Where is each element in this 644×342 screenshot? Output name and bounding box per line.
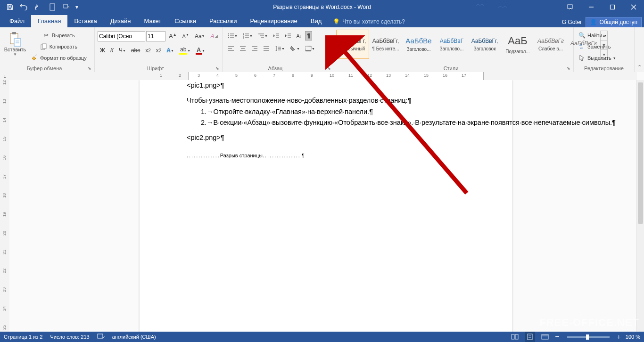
strikethrough-button[interactable]: abc [129, 46, 142, 55]
style-title[interactable]: АаБбВвГг,Заголовок [468, 30, 501, 59]
styles-dialog-launcher[interactable]: ⬊ [566, 66, 571, 71]
italic-button[interactable]: К [108, 46, 116, 55]
select-icon [578, 54, 586, 62]
bold-button[interactable]: Ж [98, 46, 107, 55]
collapse-ribbon-button[interactable]: ⌃ [637, 64, 642, 70]
font-size-combo[interactable] [146, 31, 165, 41]
tab-insert[interactable]: Вставка [67, 15, 103, 27]
tab-references[interactable]: Ссылки [168, 15, 203, 27]
line-spacing-button[interactable]: ▼ [273, 44, 287, 53]
tab-design[interactable]: Дизайн [104, 15, 138, 27]
grow-font-button[interactable]: A▲ [167, 31, 179, 41]
tab-mailings[interactable]: Рассылки [203, 15, 243, 27]
style-heading2[interactable]: АаБбВвГЗаголово... [435, 30, 468, 59]
highlight-button[interactable]: ab▼ [177, 45, 192, 56]
subscript-button[interactable]: x2 [143, 46, 153, 55]
print-layout-icon[interactable] [525, 332, 535, 342]
find-icon: 🔍 [578, 32, 586, 39]
scroll-thumb[interactable] [638, 82, 643, 224]
share-button[interactable]: 👤 Общий доступ [586, 17, 642, 27]
word-count[interactable]: Число слов: 213 [50, 334, 89, 340]
style-normal[interactable]: АаБбВвГг,¶ Обычный [336, 30, 369, 59]
redo-icon[interactable] [31, 0, 45, 14]
style-heading1[interactable]: АаБбВеЗаголово... [402, 30, 435, 59]
svg-rect-50 [305, 46, 311, 51]
text-line: Чтобы·узнать·местоположение·ново-добавле… [187, 96, 465, 106]
tab-file[interactable]: Файл [3, 15, 31, 27]
align-right-button[interactable] [249, 44, 260, 53]
shading-button[interactable]: ▼ [288, 44, 302, 53]
svg-rect-1 [64, 4, 67, 8]
tab-review[interactable]: Рецензирование [243, 15, 304, 27]
ribbon-tabs: Файл Главная Вставка Дизайн Макет Ссылки… [0, 14, 644, 27]
copy-button[interactable]: Копировать [29, 41, 89, 52]
font-color-button[interactable]: A▼ [194, 45, 207, 56]
tab-layout[interactable]: Макет [137, 15, 168, 27]
touch-mode-icon[interactable] [59, 0, 74, 14]
format-painter-button[interactable]: Формат по образцу [29, 53, 89, 63]
cut-button[interactable]: ✂Вырезать [29, 30, 89, 41]
sort-button[interactable]: A↓ [295, 32, 304, 40]
align-justify-button[interactable] [261, 44, 272, 53]
paste-button[interactable]: Вставить ▼ [2, 29, 28, 58]
zoom-slider[interactable] [567, 336, 610, 338]
qat-dropdown-icon[interactable]: ▾ [74, 0, 80, 14]
undo-icon[interactable] [17, 0, 31, 14]
select-button[interactable]: Выделить▼ [576, 53, 618, 63]
paragraph-dialog-launcher[interactable]: ⬊ [326, 66, 332, 71]
list-item: 2.→В·секции·«Абзац»·вызовите·функцию·«От… [201, 118, 465, 128]
svg-rect-6 [12, 32, 16, 34]
font-name-combo[interactable] [98, 31, 145, 41]
style-subtle-emphasis[interactable]: АаБбВвГгСлабое в... [534, 30, 567, 59]
page[interactable]: <pic1.png>¶ Чтобы·узнать·местоположение·… [140, 80, 512, 332]
page-content[interactable]: <pic1.png>¶ Чтобы·узнать·местоположение·… [140, 80, 512, 159]
font-dialog-launcher[interactable]: ⬊ [215, 66, 220, 71]
clipboard-dialog-launcher[interactable]: ⬊ [87, 66, 92, 71]
tab-view[interactable]: Вид [304, 15, 329, 27]
align-left-button[interactable] [226, 44, 236, 53]
find-button[interactable]: 🔍Найти▼ [576, 30, 609, 41]
zoom-level[interactable]: 100 % [626, 334, 640, 340]
zoom-in-button[interactable]: + [617, 333, 621, 341]
minimize-button[interactable] [580, 0, 602, 14]
vertical-ruler[interactable]: 121314151617181920212223242526 [0, 80, 10, 332]
ruler-corner[interactable]: L [0, 72, 10, 81]
text-effects-button[interactable]: A▼ [165, 46, 176, 55]
svg-rect-54 [512, 334, 514, 339]
shrink-font-button[interactable]: A▼ [181, 32, 191, 41]
read-mode-icon[interactable] [510, 332, 520, 342]
svg-line-12 [35, 55, 37, 56]
style-subtitle[interactable]: АаБПодзагол... [501, 30, 534, 59]
maximize-button[interactable] [602, 0, 623, 14]
align-center-button[interactable] [238, 44, 248, 53]
scissors-icon: ✂ [42, 32, 50, 39]
underline-button[interactable]: Ч▼ [117, 46, 128, 55]
web-layout-icon[interactable] [540, 332, 550, 342]
increase-indent-button[interactable] [283, 32, 293, 40]
change-case-button[interactable]: Aa▼ [193, 32, 207, 41]
numbering-button[interactable]: 123▼ [241, 32, 255, 40]
vertical-scrollbar[interactable] [636, 80, 644, 332]
replace-button[interactable]: Заменить [576, 41, 612, 52]
tell-me-search[interactable]: 💡 Что вы хотите сделать? [328, 16, 410, 27]
new-doc-icon[interactable] [45, 0, 59, 14]
tab-home[interactable]: Главная [31, 15, 67, 27]
decrease-indent-button[interactable] [271, 32, 281, 40]
language-indicator[interactable]: английский (США) [112, 334, 156, 340]
borders-button[interactable]: ▼ [303, 44, 317, 53]
save-icon[interactable] [3, 0, 17, 14]
bullets-button[interactable]: ▼ [226, 32, 239, 40]
clear-formatting-button[interactable]: A◢ [209, 32, 220, 41]
spell-check-icon[interactable] [97, 333, 105, 341]
show-paragraph-marks-button[interactable]: ¶ [305, 31, 312, 41]
group-font: A▲ A▼ Aa▼ A◢ Ж К Ч▼ abc x2 x2 A▼ ab▼ A▼ … [95, 27, 223, 72]
page-indicator[interactable]: Страница 1 из 2 [4, 334, 42, 340]
multilevel-list-button[interactable]: ▼ [256, 32, 270, 40]
ribbon-options-icon[interactable] [559, 0, 580, 14]
style-no-spacing[interactable]: АаБбВвГг,¶ Без инте... [369, 30, 402, 59]
user-name[interactable]: G Goter [562, 19, 582, 25]
close-button[interactable] [623, 0, 644, 14]
horizontal-ruler[interactable]: /*ticks added below via data render*/ 12… [9, 72, 637, 81]
zoom-out-button[interactable]: − [555, 333, 559, 341]
superscript-button[interactable]: x2 [154, 46, 164, 55]
